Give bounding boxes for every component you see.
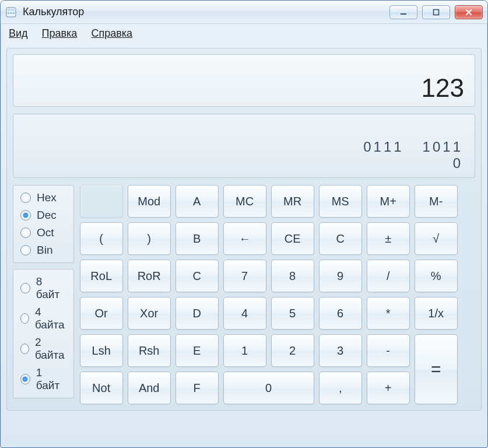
bits-panel: 0111 1011 0: [13, 114, 475, 178]
radio-4byte[interactable]: 4 байта: [20, 306, 66, 331]
lower-area: Hex Dec Oct Bin 8 байт 4 байта 2 байта 1…: [13, 185, 475, 404]
minimize-button[interactable]: [389, 5, 417, 19]
radio-dot-icon: [20, 283, 30, 293]
calculator-icon: [5, 6, 17, 18]
bits-row-1: 0111 1011: [363, 139, 463, 155]
key-add[interactable]: +: [367, 372, 410, 404]
key-decimal[interactable]: ,: [319, 372, 362, 404]
radio-dot-icon: [20, 210, 31, 220]
key-b[interactable]: B: [175, 222, 219, 255]
key-multiply[interactable]: *: [367, 297, 410, 330]
display-value: 123: [422, 74, 464, 103]
key-divide[interactable]: /: [367, 260, 410, 292]
maximize-button[interactable]: [422, 5, 450, 19]
svg-rect-5: [401, 13, 406, 15]
key-not[interactable]: Not: [80, 372, 123, 404]
radio-label: 4 байта: [35, 306, 66, 331]
key-and[interactable]: And: [128, 372, 171, 404]
key-percent[interactable]: %: [415, 260, 458, 292]
radio-dec[interactable]: Dec: [20, 209, 66, 222]
svg-rect-1: [8, 9, 15, 11]
key-2[interactable]: 2: [271, 334, 314, 367]
key-rparen[interactable]: ): [128, 222, 171, 255]
key-9[interactable]: 9: [319, 260, 362, 292]
key-ms[interactable]: MS: [319, 185, 362, 218]
keypad: Mod A MC MR MS M+ M- ( ) B ← CE C ± √ Ro…: [80, 185, 488, 404]
key-6[interactable]: 6: [319, 297, 362, 330]
radio-dot-icon: [20, 313, 29, 324]
key-ror[interactable]: RoR: [128, 260, 171, 292]
radio-label: 2 байта: [35, 336, 66, 362]
key-a[interactable]: A: [175, 185, 219, 218]
key-mplus[interactable]: M+: [367, 185, 410, 218]
key-8[interactable]: 8: [271, 260, 314, 292]
key-ce[interactable]: CE: [271, 222, 314, 255]
svg-rect-2: [8, 12, 9, 14]
key-e-hex[interactable]: E: [175, 334, 219, 367]
key-3[interactable]: 3: [319, 334, 362, 367]
key-c-hex[interactable]: C: [175, 260, 219, 292]
key-subtract[interactable]: -: [367, 334, 410, 367]
window-title: Калькулятор: [23, 6, 389, 18]
key-d-hex[interactable]: D: [175, 297, 219, 330]
client-area: 123 0111 1011 0 Hex Dec Oct Bin 8 байт 4…: [6, 48, 482, 411]
key-equals[interactable]: =: [415, 334, 458, 404]
radio-dot-icon: [20, 374, 30, 384]
window-controls: [389, 5, 483, 19]
key-1[interactable]: 1: [223, 334, 266, 367]
key-rol[interactable]: RoL: [80, 260, 123, 292]
key-lsh[interactable]: Lsh: [80, 334, 123, 367]
radio-hex[interactable]: Hex: [20, 191, 66, 204]
key-xor[interactable]: Xor: [128, 297, 171, 330]
key-clear[interactable]: C: [319, 222, 362, 255]
menu-edit[interactable]: Правка: [42, 27, 78, 40]
key-lparen[interactable]: (: [80, 222, 123, 255]
radio-oct[interactable]: Oct: [20, 226, 66, 239]
calculator-window: Калькулятор Вид Правка Справка 123 0111 …: [0, 0, 488, 448]
radix-group: Hex Dec Oct Bin: [13, 185, 74, 263]
left-column: Hex Dec Oct Bin 8 байт 4 байта 2 байта 1…: [13, 185, 74, 404]
radio-dot-icon: [20, 228, 31, 238]
key-reciprocal[interactable]: 1/x: [415, 297, 458, 330]
key-4[interactable]: 4: [223, 297, 266, 330]
key-plusminus[interactable]: ±: [367, 222, 410, 255]
radio-dot-icon: [20, 245, 31, 256]
key-5[interactable]: 5: [271, 297, 314, 330]
key-0[interactable]: 0: [223, 372, 314, 404]
radio-dot-icon: [20, 344, 29, 354]
menu-help[interactable]: Справка: [91, 27, 132, 40]
radio-label: Oct: [37, 226, 54, 239]
key-blank: [80, 185, 123, 218]
menu-view[interactable]: Вид: [9, 27, 28, 40]
key-7[interactable]: 7: [223, 260, 266, 292]
key-sqrt[interactable]: √: [415, 222, 458, 255]
key-rsh[interactable]: Rsh: [128, 334, 171, 367]
key-backspace[interactable]: ←: [223, 222, 266, 255]
wordsize-group: 8 байт 4 байта 2 байта 1 байт: [13, 269, 74, 398]
radio-dot-icon: [20, 192, 31, 203]
radio-2byte[interactable]: 2 байта: [20, 336, 66, 362]
display: 123: [13, 54, 475, 107]
radio-label: 8 байт: [36, 275, 66, 301]
titlebar: Калькулятор: [1, 1, 487, 24]
key-mr[interactable]: MR: [271, 185, 314, 218]
close-button[interactable]: [455, 5, 483, 19]
radio-label: 1 байт: [36, 366, 66, 392]
menubar: Вид Правка Справка: [1, 24, 487, 46]
radio-label: Hex: [37, 191, 57, 204]
key-mod[interactable]: Mod: [128, 185, 171, 218]
radio-bin[interactable]: Bin: [20, 244, 66, 257]
key-mc[interactable]: MC: [223, 185, 266, 218]
key-mminus[interactable]: M-: [415, 185, 458, 218]
svg-rect-3: [10, 12, 12, 14]
radio-label: Dec: [37, 209, 57, 222]
bits-row-2: 0: [453, 155, 463, 172]
radio-label: Bin: [37, 244, 52, 257]
key-f-hex[interactable]: F: [175, 372, 219, 404]
svg-rect-4: [13, 12, 15, 14]
radio-1byte[interactable]: 1 байт: [20, 366, 66, 392]
svg-rect-6: [434, 9, 439, 15]
key-or[interactable]: Or: [80, 297, 123, 330]
radio-8byte[interactable]: 8 байт: [20, 275, 66, 301]
